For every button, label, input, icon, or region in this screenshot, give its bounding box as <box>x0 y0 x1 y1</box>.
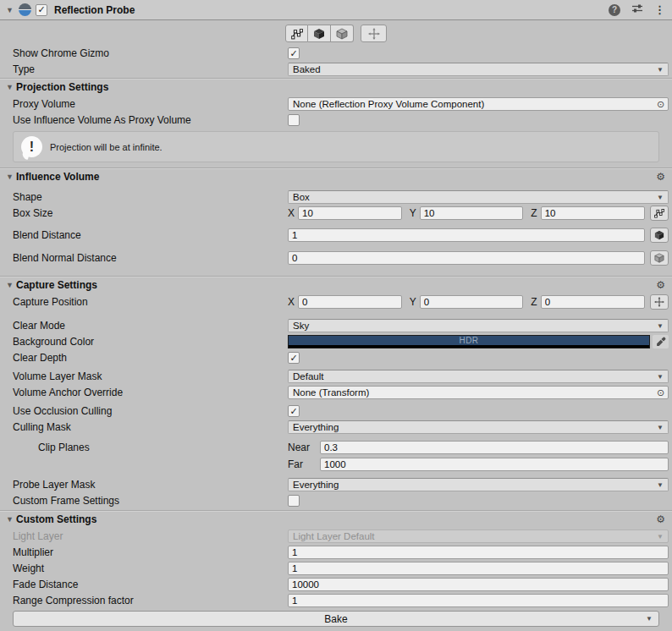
custom-frame-settings-checkbox[interactable] <box>288 495 300 507</box>
edit-mode-toolbar <box>0 20 672 46</box>
foldout-icon[interactable]: ▼ <box>5 83 14 91</box>
clip-planes-near-input[interactable] <box>320 441 669 454</box>
hdr-badge: HDR <box>459 336 478 345</box>
field-label: Shape <box>13 191 288 203</box>
row-fade-distance: Fade Distance <box>0 577 672 592</box>
vertex-edit-icon <box>291 28 303 40</box>
section-influence-volume[interactable]: ▼ Influence Volume ⚙ <box>0 167 672 184</box>
cube-outline-icon <box>336 28 348 40</box>
row-probe-layer-mask: Probe Layer Mask Everything ▼ <box>0 477 672 492</box>
range-compression-factor-input[interactable] <box>288 594 669 607</box>
section-projection-settings[interactable]: ▼ Projection Settings <box>0 78 672 95</box>
chevron-down-icon: ▼ <box>653 322 664 330</box>
component-title: Reflection Probe <box>54 4 135 16</box>
edit-blend-distance-button[interactable] <box>650 228 669 243</box>
kebab-menu-icon[interactable]: ⋮ <box>654 4 665 15</box>
row-clip-planes-far: Far <box>0 457 672 472</box>
probe-layer-mask-dropdown[interactable]: Everything ▼ <box>288 478 669 491</box>
field-label: Blend Normal Distance <box>13 252 288 264</box>
volume-layer-mask-dropdown[interactable]: Default ▼ <box>288 370 669 383</box>
move-icon <box>654 297 664 307</box>
capture-position-z-input[interactable] <box>541 295 645 309</box>
chevron-down-icon: ▼ <box>653 481 664 489</box>
box-size-x-input[interactable] <box>298 206 402 220</box>
row-custom-frame-settings: Custom Frame Settings <box>0 493 672 508</box>
gear-icon[interactable]: ⚙ <box>656 514 665 524</box>
eyedropper-icon[interactable] <box>653 335 669 348</box>
row-capture-position: Capture Position X Y Z <box>0 294 672 310</box>
bake-button[interactable]: Bake ▼ <box>13 611 659 627</box>
object-picker-icon[interactable]: ⊙ <box>653 388 668 398</box>
clear-depth-checkbox[interactable]: ✓ <box>288 352 300 364</box>
row-volume-anchor-override: Volume Anchor Override None (Transform) … <box>0 385 672 400</box>
axis-x-label: X <box>288 296 295 308</box>
object-picker-icon[interactable]: ⊙ <box>653 100 668 109</box>
field-label: Use Influence Volume As Proxy Volume <box>13 114 288 126</box>
gear-icon[interactable]: ⚙ <box>656 280 665 290</box>
edit-blend-normal-volume-button[interactable] <box>331 25 354 42</box>
foldout-icon[interactable]: ▼ <box>5 6 14 14</box>
check-icon: ✓ <box>289 49 297 58</box>
clear-mode-dropdown[interactable]: Sky ▼ <box>288 319 669 332</box>
field-label: Background Color <box>13 336 288 348</box>
field-label: Clear Depth <box>13 352 288 364</box>
field-label: Volume Anchor Override <box>13 387 288 398</box>
light-layer-dropdown: Light Layer Default ▼ <box>288 529 669 543</box>
use-influence-volume-checkbox[interactable] <box>288 114 300 126</box>
field-label: Volume Layer Mask <box>13 370 288 382</box>
move-capture-position-button[interactable] <box>361 25 387 42</box>
fade-distance-input[interactable] <box>288 578 669 591</box>
foldout-icon[interactable]: ▼ <box>5 281 14 289</box>
section-capture-settings[interactable]: ▼ Capture Settings ⚙ <box>0 276 672 293</box>
edit-blend-volume-button[interactable] <box>308 25 331 42</box>
background-color-swatch[interactable]: HDR <box>288 335 650 348</box>
field-label: Capture Position <box>13 296 288 308</box>
weight-input[interactable] <box>288 562 669 575</box>
foldout-icon[interactable]: ▼ <box>5 515 14 524</box>
row-range-compression-factor: Range Compression factor <box>0 593 672 608</box>
capture-position-y-input[interactable] <box>420 295 524 309</box>
chevron-down-icon: ▼ <box>653 66 664 74</box>
multiplier-input[interactable] <box>288 546 669 559</box>
capture-position-x-input[interactable] <box>298 295 402 309</box>
alpha-bar <box>289 345 649 348</box>
axis-z-label: Z <box>531 207 537 219</box>
blend-distance-input[interactable] <box>288 228 645 242</box>
edit-box-size-button[interactable] <box>650 206 669 221</box>
box-size-y-input[interactable] <box>420 206 524 220</box>
info-icon: ! <box>21 136 42 157</box>
help-icon[interactable]: ? <box>609 4 620 16</box>
row-show-chrome-gizmo: Show Chrome Gizmo ✓ <box>0 46 672 61</box>
foldout-icon[interactable]: ▼ <box>5 173 14 181</box>
row-type: Type Baked ▼ <box>0 62 672 77</box>
chevron-down-icon: ▼ <box>653 533 664 540</box>
presets-icon[interactable] <box>631 3 643 17</box>
edit-influence-volume-button[interactable] <box>285 25 308 42</box>
type-dropdown[interactable]: Baked ▼ <box>288 63 669 76</box>
volume-anchor-override-object-field[interactable]: None (Transform) ⊙ <box>288 386 669 399</box>
culling-mask-dropdown[interactable]: Everything ▼ <box>288 420 669 434</box>
row-use-occlusion-culling: Use Occlusion Culling ✓ <box>0 403 672 419</box>
field-label: Multiplier <box>13 546 288 558</box>
axis-x-label: X <box>288 207 295 219</box>
move-capture-position-mini-button[interactable] <box>650 294 669 310</box>
field-label: Probe Layer Mask <box>13 479 288 491</box>
cube-solid-icon <box>654 230 664 240</box>
far-label: Far <box>288 458 317 470</box>
show-chrome-gizmo-checkbox[interactable]: ✓ <box>288 47 300 59</box>
shape-dropdown[interactable]: Box ▼ <box>288 190 669 204</box>
edit-blend-normal-distance-button[interactable] <box>650 250 669 266</box>
field-label: Clear Mode <box>13 320 288 332</box>
use-occlusion-culling-checkbox[interactable]: ✓ <box>288 405 300 417</box>
section-custom-settings[interactable]: ▼ Custom Settings ⚙ <box>0 510 672 527</box>
blend-normal-distance-input[interactable] <box>288 251 645 265</box>
gear-icon[interactable]: ⚙ <box>656 172 665 182</box>
clip-planes-far-input[interactable] <box>320 458 669 471</box>
proxy-volume-object-field[interactable]: None (Reflection Proxy Volume Component)… <box>288 97 669 111</box>
component-enabled-checkbox[interactable]: ✓ <box>36 4 47 16</box>
chevron-down-icon: ▼ <box>646 615 653 623</box>
row-use-influence-volume-as-proxy: Use Influence Volume As Proxy Volume <box>0 112 672 128</box>
box-size-z-input[interactable] <box>541 206 645 220</box>
field-label: Use Occlusion Culling <box>13 405 288 417</box>
row-proxy-volume: Proxy Volume None (Reflection Proxy Volu… <box>0 96 672 112</box>
